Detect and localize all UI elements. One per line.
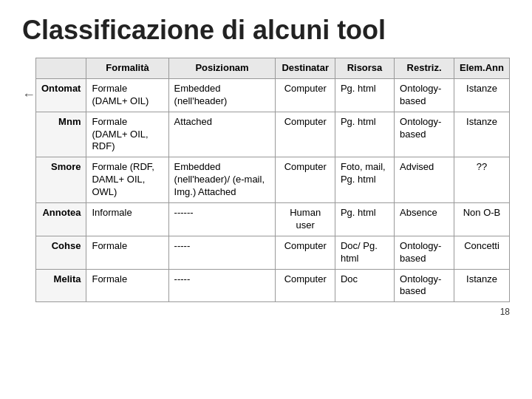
col-header-elemann: Elem.Ann	[454, 58, 510, 79]
risorsa-cell: Foto, mail, Pg. html	[335, 157, 394, 203]
tool-name-cell: Smore	[36, 157, 86, 203]
destinatar-cell: Computer	[276, 112, 335, 157]
restriz-cell: Ontology-based	[395, 236, 454, 269]
formalita-cell: Formale	[86, 269, 168, 302]
posizionam-cell: -----	[168, 269, 276, 302]
tool-name-cell: Mnm	[36, 112, 86, 157]
risorsa-cell: Doc	[335, 269, 394, 302]
elemann-cell: Istanze	[454, 112, 510, 157]
posizionam-cell: -----	[168, 236, 276, 269]
table-row: MnmFormale (DAML+ OIL, RDF)AttachedCompu…	[22, 112, 510, 157]
posizionam-cell: Embedded (nell'header)/ (e-mail, Img.) A…	[168, 157, 276, 203]
col-header-risorsa: Risorsa	[335, 58, 394, 79]
restriz-cell: Absence	[395, 203, 454, 236]
table-row: AnnoteaInformale------Human userPg. html…	[22, 203, 510, 236]
destinatar-cell: Computer	[276, 157, 335, 203]
restriz-cell: Ontology-based	[395, 112, 454, 157]
col-header-posizionam: Posizionam	[168, 58, 276, 79]
table-row: MelitaFormale-----ComputerDocOntology-ba…	[22, 269, 510, 302]
formalita-cell: Formale (RDF, DAML+ OIL, OWL)	[86, 157, 168, 203]
tool-name-cell: Ontomat	[36, 78, 86, 112]
destinatar-cell: Computer	[276, 78, 335, 112]
risorsa-cell: Pg. html	[335, 78, 394, 112]
risorsa-cell: Pg. html	[335, 112, 394, 157]
page-title: Classificazione di alcuni tool	[22, 15, 510, 46]
restriz-cell: Ontology-based	[395, 269, 454, 302]
elemann-cell: Istanze	[454, 269, 510, 302]
risorsa-cell: Doc/ Pg. html	[335, 236, 394, 269]
arrow-cell	[22, 269, 36, 302]
formalita-cell: Formale	[86, 236, 168, 269]
destinatar-cell: Human user	[276, 203, 335, 236]
tool-name-cell: Cohse	[36, 236, 86, 269]
formalita-cell: Formale (DAML+ OIL)	[86, 78, 168, 112]
destinatar-cell: Computer	[276, 236, 335, 269]
elemann-cell: Concetti	[454, 236, 510, 269]
destinatar-cell: Computer	[276, 269, 335, 302]
classification-table: Formalità Posizionam Destinatar Risorsa …	[22, 58, 510, 302]
col-header-tool	[36, 58, 86, 79]
arrow-cell	[22, 236, 36, 269]
col-header-empty	[22, 58, 36, 79]
tool-name-cell: Annotea	[36, 203, 86, 236]
risorsa-cell: Pg. html	[335, 203, 394, 236]
arrow-cell	[22, 203, 36, 236]
arrow-cell	[22, 112, 36, 157]
arrow-cell	[22, 157, 36, 203]
page-number: 18	[22, 307, 510, 317]
posizionam-cell: Attached	[168, 112, 276, 157]
restriz-cell: Advised	[395, 157, 454, 203]
formalita-cell: Informale	[86, 203, 168, 236]
posizionam-cell: ------	[168, 203, 276, 236]
elemann-cell: Istanze	[454, 78, 510, 112]
elemann-cell: ??	[454, 157, 510, 203]
col-header-restriz: Restriz.	[395, 58, 454, 79]
col-header-destinatar: Destinatar	[276, 58, 335, 79]
elemann-cell: Non O-B	[454, 203, 510, 236]
col-header-formalita: Formalità	[86, 58, 168, 79]
table-row: SmoreFormale (RDF, DAML+ OIL, OWL)Embedd…	[22, 157, 510, 203]
posizionam-cell: Embedded (nell'header)	[168, 78, 276, 112]
table-row: ←OntomatFormale (DAML+ OIL)Embedded (nel…	[22, 78, 510, 112]
restriz-cell: Ontology-based	[395, 78, 454, 112]
tool-name-cell: Melita	[36, 269, 86, 302]
arrow-cell: ←	[22, 78, 36, 112]
table-row: CohseFormale-----ComputerDoc/ Pg. htmlOn…	[22, 236, 510, 269]
formalita-cell: Formale (DAML+ OIL, RDF)	[86, 112, 168, 157]
